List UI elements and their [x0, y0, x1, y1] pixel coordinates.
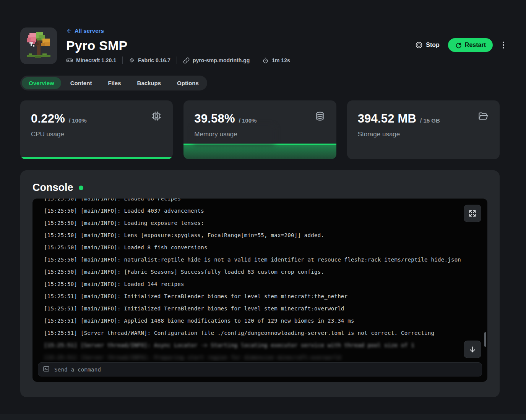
- console-scrollbar[interactable]: [484, 332, 486, 347]
- log-line: [15:25:50] [main/INFO]: Loaded 144 recip…: [44, 278, 476, 290]
- server-header: All servers Pyro SMP Minecraft 1.20.1 Fa…: [20, 27, 506, 64]
- cpu-usage-card: 0.22% / 100% CPU usage: [20, 100, 173, 159]
- log-line: [15:25:50] [main/INFO]: Loaded 8 fish co…: [44, 241, 476, 254]
- loader-icon: [129, 57, 135, 63]
- cpu-usage-value: 0.22%: [31, 112, 65, 126]
- tab-content[interactable]: Content: [63, 77, 99, 89]
- kebab-dot: [503, 47, 504, 48]
- stop-icon: [415, 41, 423, 49]
- tab-files[interactable]: Files: [101, 77, 128, 89]
- memory-usage-value: 39.58%: [194, 112, 235, 126]
- log-line: [15:25:51] [main/INFO]: Applied 1488 bio…: [44, 315, 476, 327]
- online-status-dot: [79, 186, 83, 190]
- log-line: [15:25:50] [main/INFO]: Loading exposure…: [44, 217, 476, 229]
- storage-usage-label: Storage usage: [358, 131, 489, 138]
- log-line: [15:25:51] [main/INFO]: Initialized Terr…: [44, 302, 476, 315]
- kebab-dot: [503, 42, 504, 43]
- storage-usage-limit: / 15 GB: [420, 117, 440, 124]
- gamepad-icon: [66, 57, 73, 64]
- loader-version-label: Fabric 0.16.7: [138, 57, 170, 63]
- database-icon: [315, 111, 325, 123]
- meta-uptime: 1m 12s: [262, 57, 290, 64]
- tab-overview[interactable]: Overview: [22, 77, 61, 89]
- console-terminal[interactable]: [15:25:50] [main/INFO]: Loaded 66 recipe…: [32, 199, 487, 382]
- restart-icon: [455, 42, 462, 48]
- console-card: Console [15:25:50] [main/INFO]: Loaded 6…: [20, 170, 500, 397]
- log-line-incoming: [15:25:51] [Server thread/INFO]: Async L…: [44, 339, 476, 351]
- cpu-icon: [151, 111, 161, 123]
- server-overview-page: All servers Pyro SMP Minecraft 1.20.1 Fa…: [0, 0, 526, 420]
- memory-usage-limit: / 100%: [239, 117, 257, 124]
- kebab-dot: [503, 44, 504, 46]
- folder-icon: [478, 111, 488, 123]
- stop-label: Stop: [426, 42, 440, 48]
- timer-icon: [262, 57, 269, 64]
- game-version-label: Minecraft 1.20.1: [76, 57, 116, 63]
- back-arrow-icon: [66, 28, 72, 34]
- stop-button[interactable]: Stop: [415, 41, 440, 49]
- log-line: [15:25:51] [main/INFO]: Initialized Terr…: [44, 290, 476, 302]
- meta-game-version: Minecraft 1.20.1: [66, 57, 116, 64]
- console-log[interactable]: [15:25:50] [main/INFO]: Loaded 66 recipe…: [32, 199, 487, 361]
- seasons-tree-image: [24, 31, 53, 60]
- more-options-button[interactable]: [501, 39, 506, 51]
- storage-usage-card: 394.52 MB / 15 GB Storage usage: [347, 100, 500, 159]
- memory-usage-card: 39.58% / 100% Memory usage: [183, 100, 336, 159]
- log-line: [15:25:50] [main/INFO]: Loaded 66 recipe…: [44, 199, 476, 205]
- log-line: [15:25:50] [main/INFO]: Lens [exposure:s…: [44, 229, 476, 241]
- cpu-usage-label: CPU usage: [31, 131, 162, 138]
- meta-domain[interactable]: pyro-smp.modrinth.gg: [183, 57, 250, 64]
- server-tabs: Overview Content Files Backups Options: [20, 76, 207, 90]
- server-domain-label: pyro-smp.modrinth.gg: [193, 57, 250, 63]
- console-header: Console: [32, 182, 83, 194]
- command-input[interactable]: [54, 367, 477, 373]
- all-servers-label: All servers: [75, 27, 104, 34]
- server-avatar: [20, 27, 57, 64]
- log-line-incoming: [15:25:51] [Server thread/INFO]: Prepari…: [44, 351, 476, 361]
- fullscreen-button[interactable]: [464, 205, 481, 222]
- storage-usage-value: 394.52 MB: [358, 112, 416, 126]
- tab-backups[interactable]: Backups: [130, 77, 168, 89]
- arrow-down-icon: [469, 346, 476, 353]
- restart-label: Restart: [465, 42, 486, 48]
- footer-strip: [0, 414, 526, 420]
- expand-icon: [469, 210, 476, 217]
- terminal-icon: [43, 365, 50, 374]
- log-line: [15:25:50] [main/INFO]: naturalist:repti…: [44, 254, 476, 266]
- meta-loader: Fabric 0.16.7: [129, 57, 170, 63]
- scroll-to-bottom-button[interactable]: [464, 341, 481, 358]
- page-title: Pyro SMP: [66, 39, 290, 52]
- cpu-usage-limit: / 100%: [69, 117, 87, 124]
- server-identity: All servers Pyro SMP Minecraft 1.20.1 Fa…: [66, 27, 290, 64]
- log-line: [15:25:50] [main/INFO]: Loaded 4037 adva…: [44, 205, 476, 217]
- stats-row: 0.22% / 100% CPU usage 39.58% / 100% Mem…: [20, 100, 500, 159]
- memory-usage-label: Memory usage: [194, 131, 325, 138]
- cpu-usage-bar: [20, 157, 173, 159]
- all-servers-link[interactable]: All servers: [66, 27, 290, 34]
- server-meta-row: Minecraft 1.20.1 Fabric 0.16.7 pyro-smp.…: [66, 57, 290, 64]
- log-line: [15:25:50] [main/INFO]: [Fabric Seasons]…: [44, 266, 476, 278]
- server-actions: Stop Restart: [415, 38, 506, 52]
- command-input-row[interactable]: [38, 362, 482, 376]
- link-icon: [183, 57, 190, 64]
- restart-button[interactable]: Restart: [448, 38, 493, 52]
- tab-options[interactable]: Options: [170, 77, 206, 89]
- meta-divider: [256, 57, 256, 64]
- log-line: [15:25:51] [Server thread/WARN]: Configu…: [44, 327, 476, 339]
- console-title: Console: [32, 182, 73, 194]
- meta-divider: [122, 57, 123, 64]
- uptime-label: 1m 12s: [272, 57, 290, 63]
- meta-divider: [177, 57, 177, 64]
